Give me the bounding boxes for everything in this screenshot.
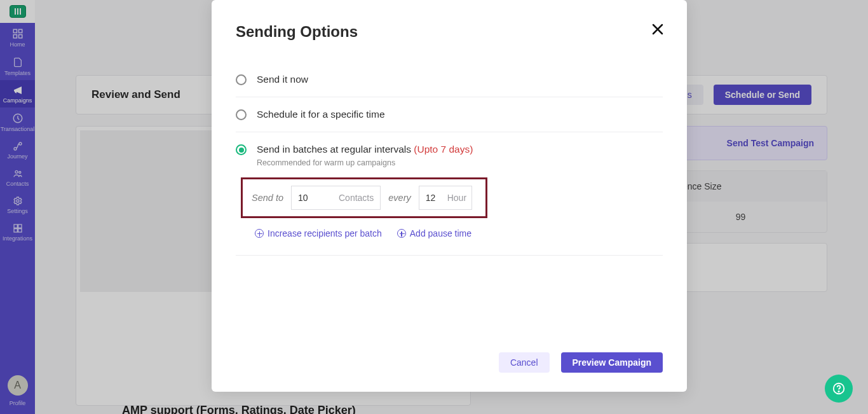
sending-options-modal: Sending Options Send it now Schedule it … — [212, 0, 687, 392]
help-fab[interactable] — [825, 375, 853, 403]
contacts-count-value: 10 — [298, 193, 316, 203]
option-schedule-specific[interactable]: Schedule it for a specific time — [236, 97, 663, 132]
send-to-label: Send to — [252, 193, 283, 203]
option-label: Schedule it for a specific time — [257, 109, 385, 120]
cancel-button[interactable]: Cancel — [499, 352, 550, 373]
radio-icon — [236, 144, 247, 155]
every-label: every — [388, 193, 410, 203]
batch-settings-box: Send to 10 Contacts every 12 Hour — [241, 177, 487, 218]
option-send-now[interactable]: Send it now — [236, 62, 663, 97]
interval-input[interactable]: 12 Hour — [419, 186, 472, 210]
option-label: Send in batches at regular intervals (Up… — [257, 144, 473, 155]
close-icon[interactable] — [650, 22, 665, 39]
modal-title: Sending Options — [236, 23, 663, 41]
svg-point-15 — [838, 391, 839, 392]
option-label: Send it now — [257, 74, 308, 85]
add-pause-time-link[interactable]: Add pause time — [397, 228, 471, 238]
link-label: Increase recipients per batch — [268, 228, 382, 238]
plus-circle-icon — [255, 229, 264, 238]
option-send-batches[interactable]: Send in batches at regular intervals (Up… — [236, 132, 663, 172]
option-subtext: Recommended for warm up campaigns — [257, 158, 473, 167]
interval-value: 12 — [426, 193, 444, 203]
increase-recipients-link[interactable]: Increase recipients per batch — [255, 228, 382, 238]
preview-campaign-button[interactable]: Preview Campaign — [561, 352, 663, 373]
radio-icon — [236, 109, 247, 120]
contacts-suffix: Contacts — [339, 193, 374, 203]
interval-unit: Hour — [447, 193, 466, 203]
contacts-count-input[interactable]: 10 Contacts — [291, 186, 381, 210]
link-label: Add pause time — [410, 228, 471, 238]
radio-icon — [236, 74, 247, 85]
plus-circle-icon — [397, 229, 406, 238]
option-warning: (Upto 7 days) — [414, 144, 473, 155]
